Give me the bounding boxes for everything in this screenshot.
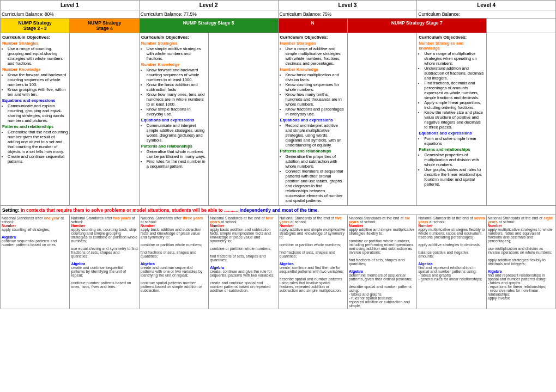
curriculum-objectives-l3: Curriculum Objectives: Number Strategies… [278,33,347,206]
nump-strategy-stage6: N [278,19,347,33]
curriculum-balance-2: Curriculum Balance: 77.5% [139,10,278,19]
curriculum-objectives-l4b [486,33,555,206]
curriculum-objectives-l2: Curriculum Objectives: Number Strategies… [139,33,208,206]
curriculum-balance-1: Curriculum Balance: 80% [1,10,140,19]
level3-header: Level 3 [278,1,417,10]
curriculum-objectives-l2b [209,33,278,206]
curriculum-balance-4: Curriculum Balance: [417,10,556,19]
ns-col8: National Standards at the end of eight y… [486,215,555,309]
curriculum-objectives-l1: Curriculum Objectives: Number Strategies… [1,33,70,206]
curriculum-balance-3: Curriculum Balance: 75% [278,10,417,19]
level2-header: Level 2 [139,1,278,10]
ns-col3: National Standards after three years at … [139,215,208,309]
nump-strategy-stage5: NUMP Strategy Stage 5 [139,19,278,33]
ns-col6: National Standards at the end of six yea… [347,215,416,309]
nump-strategy-stage4: NUMP StrategyStage 4 [70,19,139,33]
nump-strategy-stage8 [486,19,555,33]
curriculum-objectives-l3b [347,33,416,206]
level4-header: Level 4 [417,1,556,10]
ns-col1: National Standards after one year at sch… [1,215,70,309]
setting-row: Setting: In contexts that require them t… [1,206,556,215]
curriculum-objectives-l1b [70,33,139,206]
ns-col7: National Standards at the end of seven y… [417,215,486,309]
level1-header: Level 1 [1,1,140,10]
nump-strategy-stage23: NUMP StrategyStage 2 - 3 [1,19,70,33]
nump-strategy-stage7: NUMP Strategy Stage 7 [347,19,486,33]
curriculum-objectives-l4: Curriculum Objectives: Number Strategies… [417,33,486,206]
ns-col5: National Standards at the end of five ye… [278,215,347,309]
ns-col4: National Standards at the end of four ye… [209,215,278,309]
ns-col2: National Standards after two years at sc… [70,215,139,309]
